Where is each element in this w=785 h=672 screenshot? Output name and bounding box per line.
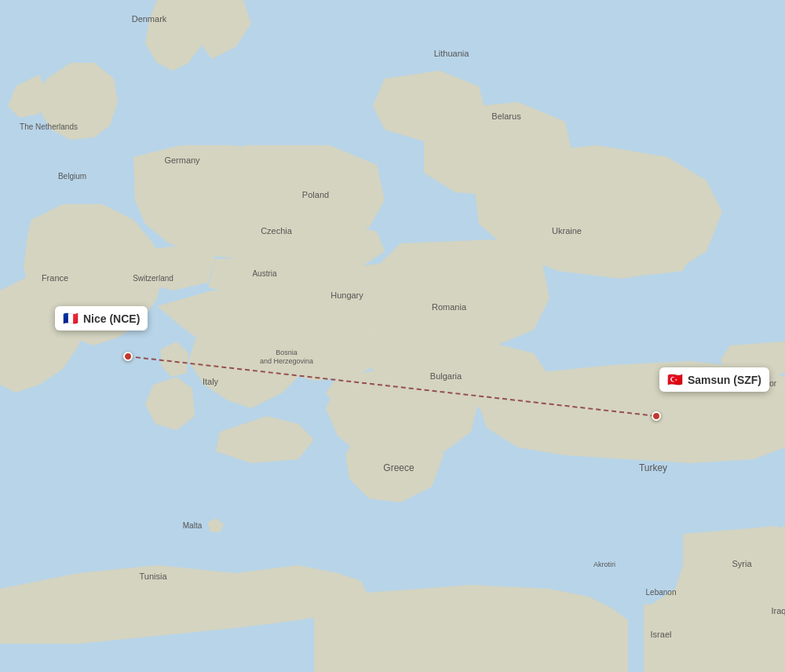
svg-text:Akrotiri: Akrotiri bbox=[593, 561, 615, 568]
destination-label-text: Samsun (SZF) bbox=[688, 374, 761, 386]
svg-text:Bosnia: Bosnia bbox=[276, 349, 298, 356]
destination-dot bbox=[652, 411, 661, 421]
svg-text:Belgium: Belgium bbox=[58, 172, 86, 181]
svg-text:Greece: Greece bbox=[383, 462, 414, 473]
map-container: Denmark Lithuania Belarus The Netherland… bbox=[0, 0, 785, 672]
svg-text:Iraq: Iraq bbox=[772, 606, 785, 615]
svg-text:Lebanon: Lebanon bbox=[646, 588, 677, 597]
svg-text:Malta: Malta bbox=[183, 521, 203, 530]
svg-text:Poland: Poland bbox=[302, 190, 329, 199]
svg-text:Denmark: Denmark bbox=[132, 14, 167, 24]
svg-text:The Netherlands: The Netherlands bbox=[20, 122, 78, 131]
origin-label-text: Nice (NCE) bbox=[83, 312, 140, 325]
destination-flag: 🇹🇷 bbox=[667, 372, 683, 387]
svg-text:Ukraine: Ukraine bbox=[552, 226, 582, 236]
svg-text:Lithuania: Lithuania bbox=[434, 49, 470, 58]
svg-text:Syria: Syria bbox=[732, 559, 752, 568]
svg-text:Italy: Italy bbox=[203, 377, 219, 386]
svg-text:Belarus: Belarus bbox=[491, 111, 521, 121]
svg-text:Hungary: Hungary bbox=[330, 290, 363, 300]
svg-text:Turkey: Turkey bbox=[639, 462, 667, 473]
svg-text:Switzerland: Switzerland bbox=[133, 274, 173, 283]
svg-text:and Herzegovina: and Herzegovina bbox=[260, 357, 313, 365]
origin-dot bbox=[123, 352, 133, 361]
svg-text:Romania: Romania bbox=[432, 302, 467, 312]
svg-text:Germany: Germany bbox=[164, 155, 200, 165]
svg-text:Israel: Israel bbox=[651, 630, 672, 639]
map-svg: Denmark Lithuania Belarus The Netherland… bbox=[0, 0, 785, 672]
origin-flag: 🇫🇷 bbox=[63, 311, 78, 326]
origin-label[interactable]: 🇫🇷 Nice (NCE) bbox=[55, 306, 148, 331]
destination-label[interactable]: 🇹🇷 Samsun (SZF) bbox=[659, 367, 769, 392]
svg-text:Tunisia: Tunisia bbox=[139, 572, 167, 581]
svg-text:Czechia: Czechia bbox=[261, 226, 293, 236]
svg-text:Austria: Austria bbox=[252, 269, 277, 278]
svg-text:Bulgaria: Bulgaria bbox=[430, 371, 462, 381]
svg-text:France: France bbox=[42, 273, 68, 283]
